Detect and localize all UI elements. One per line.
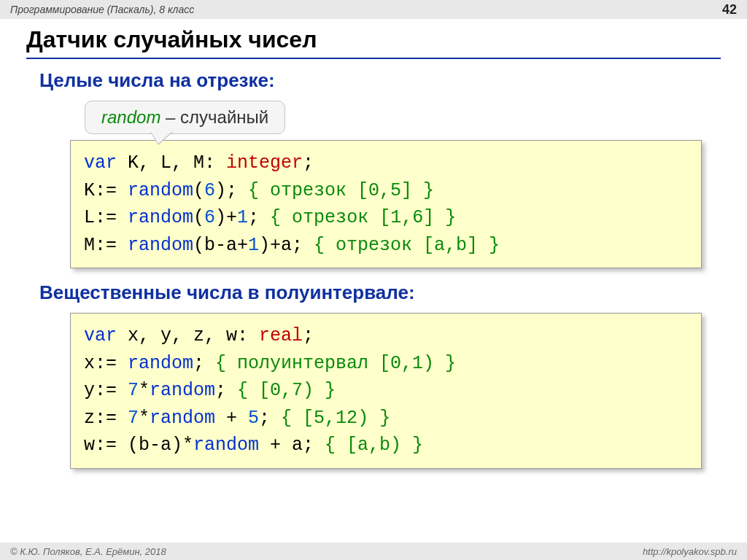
tooltip-callout: random – случайный [85,101,721,134]
kw-type: integer [226,152,303,174]
kw-var: var [84,152,117,174]
code-num: 7 [128,408,139,429]
code-num: 6 [204,207,215,228]
code-num: 1 [237,207,248,228]
kw-random: random [128,353,193,374]
code-text: )+a; [259,235,314,256]
code-text: (b-a+ [193,235,248,256]
code-text: ); [215,180,248,201]
code-num: 1 [248,235,259,256]
footer-bar: © К.Ю. Поляков, Е.А. Ерёмин, 2018 http:/… [0,542,747,560]
kw-random: random [150,380,215,401]
code-comment: { отрезок [1,6] } [270,207,456,228]
tooltip-box: random – случайный [85,101,285,134]
code-text: L:= [84,207,128,228]
code-text: K, L, M: [117,152,226,174]
code-comment: { отрезок [0,5] } [248,180,434,201]
code-text: x:= [84,353,128,374]
code-text: M:= [84,235,128,256]
section-heading-1: Целые числа на отрезке: [39,69,721,92]
code-line: L:= random(6)+1; { отрезок [1,6] } [84,204,688,232]
code-comment: { [0,7) } [237,380,336,401]
code-line: var x, y, z, w: real; [84,322,688,350]
code-num: 5 [248,408,259,429]
code-text: x, y, z, w: [117,325,259,346]
header-bar: Программирование (Паскаль), 8 класс 42 [0,0,747,19]
page-title: Датчик случайных чисел [26,26,721,59]
kw-var: var [84,325,117,346]
code-text: ; [303,325,314,346]
code-comment: { [5,12) } [281,408,390,429]
kw-random: random [193,435,259,456]
code-text: ( [193,207,204,228]
code-text: K:= [84,180,128,201]
kw-random: random [128,207,193,228]
code-text: ; [259,408,281,429]
kw-random: random [128,180,193,201]
code-text: * [139,408,150,429]
code-line: M:= random(b-a+1)+a; { отрезок [a,b] } [84,232,688,260]
code-num: 6 [204,180,215,201]
code-line: w:= (b-a)*random + a; { [a,b) } [84,432,688,459]
code-text: ; [193,353,215,374]
code-block-1: var K, L, M: integer; K:= random(6); { о… [70,140,702,268]
tooltip-def: случайный [180,107,268,127]
code-comment: { полуинтервал [0,1) } [215,353,456,374]
code-text: * [139,380,150,401]
page-number: 42 [722,2,737,18]
kw-random: random [150,408,215,429]
tooltip-tail [151,132,171,144]
code-line: z:= 7*random + 5; { [5,12) } [84,405,688,432]
tooltip-term: random [101,107,160,127]
footer-authors: © К.Ю. Поляков, Е.А. Ерёмин, 2018 [10,546,166,557]
code-text: ; [303,152,314,174]
slide-content: Датчик случайных чисел Целые числа на от… [0,19,747,469]
code-text: z:= [84,408,128,429]
code-text: + a; [259,435,325,456]
code-text: y:= [84,380,128,401]
code-comment: { [a,b) } [325,435,423,456]
code-text: ( [193,180,204,201]
code-text: )+ [215,207,237,228]
code-text: w:= (b-a)* [84,435,193,456]
code-line: x:= random; { полуинтервал [0,1) } [84,350,688,378]
kw-random: random [128,235,193,256]
footer-url: http://kpolyakov.spb.ru [643,546,737,557]
code-line: y:= 7*random; { [0,7) } [84,377,688,405]
code-text: + [215,408,248,429]
code-text: ; [248,207,270,228]
code-line: K:= random(6); { отрезок [0,5] } [84,177,688,205]
code-comment: { отрезок [a,b] } [314,235,500,256]
code-block-2: var x, y, z, w: real; x:= random; { полу… [70,313,702,469]
code-num: 7 [128,380,139,401]
course-label: Программирование (Паскаль), 8 класс [10,4,194,15]
tooltip-dash: – [160,107,180,127]
code-text: ; [215,380,237,401]
kw-type: real [259,325,303,346]
code-line: var K, L, M: integer; [84,149,688,177]
section-heading-2: Вещественные числа в полуинтервале: [39,281,721,304]
